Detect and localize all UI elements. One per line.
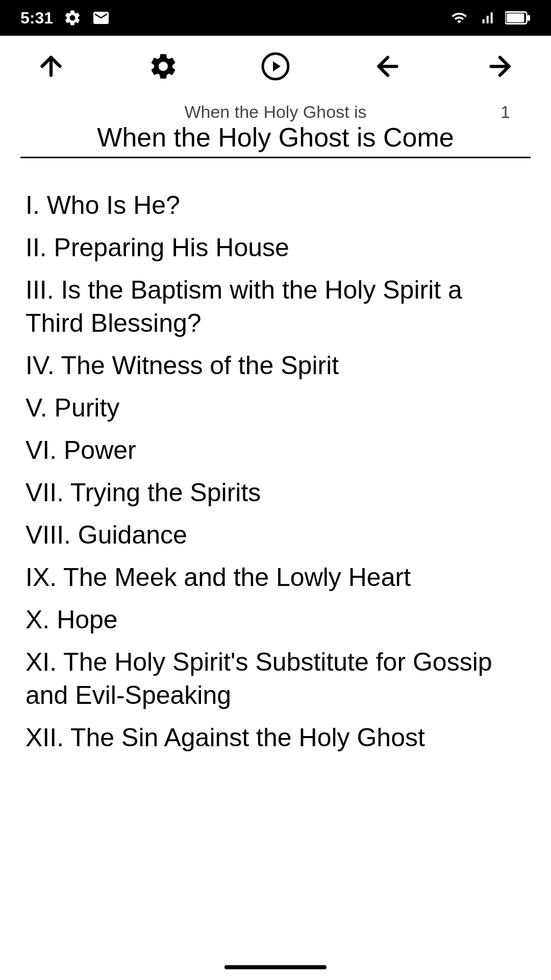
forward-button[interactable] — [480, 46, 520, 87]
toc-item-10[interactable]: X. Hope — [26, 603, 525, 636]
toc-item-12[interactable]: XII. The Sin Against the Holy Ghost — [26, 721, 525, 754]
home-indicator — [224, 965, 327, 969]
book-title: When the Holy Ghost is Come — [20, 122, 531, 158]
email-status-icon — [92, 9, 110, 27]
settings-button[interactable] — [143, 46, 184, 87]
wifi-icon — [449, 10, 469, 26]
toc-item-11[interactable]: XI. The Holy Spirit's Substitute for Gos… — [26, 646, 525, 712]
subtitle-text: When the Holy Ghost is — [184, 102, 366, 121]
status-bar-right — [449, 10, 531, 26]
battery-icon — [505, 10, 531, 26]
back-button[interactable] — [367, 46, 408, 87]
svg-marker-5 — [273, 61, 281, 71]
header-section: When the Holy Ghost is 1 When the Holy G… — [0, 97, 551, 158]
toolbar — [0, 36, 551, 97]
svg-rect-1 — [507, 13, 524, 22]
toc-item-9[interactable]: IX. The Meek and the Lowly Heart — [26, 561, 525, 594]
toc-item-2[interactable]: II. Preparing His House — [26, 231, 525, 264]
toc-item-5[interactable]: V. Purity — [26, 391, 525, 425]
status-bar: 5:31 — [0, 0, 551, 36]
toc-item-1[interactable]: I. Who Is He? — [26, 189, 525, 222]
settings-status-icon — [63, 9, 82, 27]
up-button[interactable] — [31, 46, 71, 87]
svg-rect-2 — [527, 15, 530, 21]
bottom-bar — [0, 954, 551, 980]
signal-icon — [477, 10, 497, 26]
play-button[interactable] — [255, 46, 296, 87]
toc-item-4[interactable]: IV. The Witness of the Spirit — [26, 349, 525, 382]
toc-item-6[interactable]: VI. Power — [26, 434, 525, 467]
status-bar-left: 5:31 — [20, 9, 110, 28]
page-number: 1 — [500, 102, 510, 122]
toc-item-3[interactable]: III. Is the Baptism with the Holy Spirit… — [26, 274, 525, 340]
toc-item-7[interactable]: VII. Trying the Spirits — [26, 476, 525, 509]
time-display: 5:31 — [20, 9, 53, 28]
toc-item-8[interactable]: VIII. Guidance — [26, 519, 525, 552]
table-of-contents: I. Who Is He?II. Preparing His HouseIII.… — [0, 158, 551, 784]
